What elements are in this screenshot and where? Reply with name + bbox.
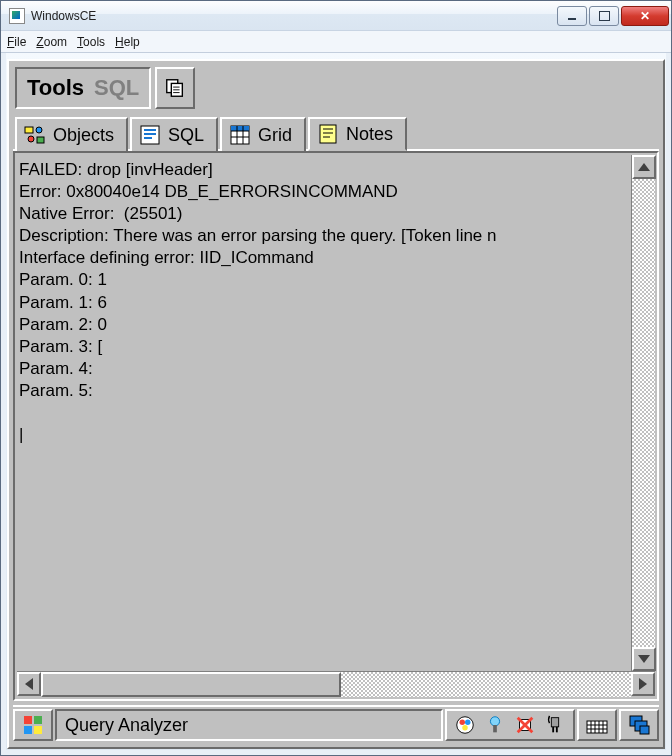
svg-point-7 <box>28 136 34 142</box>
horizontal-scroll-thumb[interactable] <box>41 672 341 697</box>
tab-notes-label: Notes <box>346 124 393 145</box>
tray-icon-3[interactable] <box>511 714 539 736</box>
svg-point-28 <box>460 720 466 726</box>
client-area: Tools SQL Objects <box>7 59 665 749</box>
scroll-right-button[interactable] <box>631 672 655 696</box>
status-label-text: Query Analyzer <box>65 715 188 736</box>
client-wrap: Tools SQL Objects <box>1 53 671 755</box>
sql-label: SQL <box>94 75 139 101</box>
tab-objects-label: Objects <box>53 125 114 146</box>
tools-label: Tools <box>27 75 84 101</box>
svg-point-29 <box>465 720 471 726</box>
svg-rect-25 <box>24 726 32 734</box>
tab-sql-label: SQL <box>168 125 204 146</box>
svg-rect-36 <box>551 718 558 727</box>
svg-rect-39 <box>587 721 607 733</box>
window-frame: WindowsCE File Zoom Tools Help Tools SQL <box>0 0 672 756</box>
menubar: File Zoom Tools Help <box>1 31 671 53</box>
svg-rect-32 <box>493 725 497 732</box>
svg-point-31 <box>490 717 499 726</box>
notes-panel: FAILED: drop [invHeader] Error: 0x80040e… <box>13 151 659 701</box>
tab-notes[interactable]: Notes <box>308 117 407 151</box>
copy-icon <box>164 77 186 99</box>
objects-icon <box>23 124 47 146</box>
scroll-down-button[interactable] <box>632 647 656 671</box>
sql-icon <box>138 124 162 146</box>
tabbar: Objects SQL Grid Notes <box>13 115 659 151</box>
svg-rect-14 <box>231 126 249 131</box>
svg-rect-24 <box>34 716 42 724</box>
titlebar[interactable]: WindowsCE <box>1 1 671 31</box>
notes-text[interactable]: FAILED: drop [invHeader] Error: 0x80040e… <box>17 155 631 671</box>
svg-rect-8 <box>37 137 44 143</box>
horizontal-scroll-track[interactable] <box>341 672 631 697</box>
app-icon <box>9 8 25 24</box>
windows-icon <box>21 713 45 737</box>
tray-icon-4[interactable] <box>541 714 569 736</box>
status-label: Query Analyzer <box>55 709 443 741</box>
tab-sql[interactable]: SQL <box>130 117 218 151</box>
svg-rect-48 <box>640 726 649 734</box>
grid-icon <box>228 124 252 146</box>
statusbar: Query Analyzer <box>13 705 659 743</box>
vertical-scrollbar[interactable] <box>631 155 655 671</box>
svg-point-6 <box>36 127 42 133</box>
cascade-button[interactable] <box>619 709 659 741</box>
maximize-button[interactable] <box>589 6 619 26</box>
svg-point-30 <box>462 725 468 731</box>
menu-tools[interactable]: Tools <box>77 35 105 49</box>
menu-zoom[interactable]: Zoom <box>36 35 67 49</box>
copy-button[interactable] <box>155 67 195 109</box>
keyboard-button[interactable] <box>577 709 617 741</box>
svg-rect-5 <box>25 127 33 133</box>
horizontal-scrollbar[interactable] <box>17 671 655 697</box>
notes-icon <box>316 123 340 145</box>
svg-rect-23 <box>24 716 32 724</box>
status-app-button[interactable] <box>13 709 53 741</box>
tab-grid[interactable]: Grid <box>220 117 306 151</box>
toolbar: Tools SQL <box>13 65 659 111</box>
scroll-left-button[interactable] <box>17 672 41 696</box>
status-tray <box>445 709 575 741</box>
close-button[interactable] <box>621 6 669 26</box>
svg-rect-19 <box>320 125 336 143</box>
scroll-up-button[interactable] <box>632 155 656 179</box>
vertical-scroll-track[interactable] <box>632 179 655 647</box>
tray-icon-2[interactable] <box>481 714 509 736</box>
tools-panel[interactable]: Tools SQL <box>15 67 151 109</box>
window-title: WindowsCE <box>31 9 555 23</box>
tab-objects[interactable]: Objects <box>15 117 128 151</box>
tray-icon-1[interactable] <box>451 714 479 736</box>
menu-file[interactable]: File <box>7 35 26 49</box>
keyboard-icon <box>585 715 609 735</box>
minimize-button[interactable] <box>557 6 587 26</box>
menu-help[interactable]: Help <box>115 35 140 49</box>
tab-grid-label: Grid <box>258 125 292 146</box>
cascade-icon <box>627 713 651 737</box>
svg-rect-26 <box>34 726 42 734</box>
